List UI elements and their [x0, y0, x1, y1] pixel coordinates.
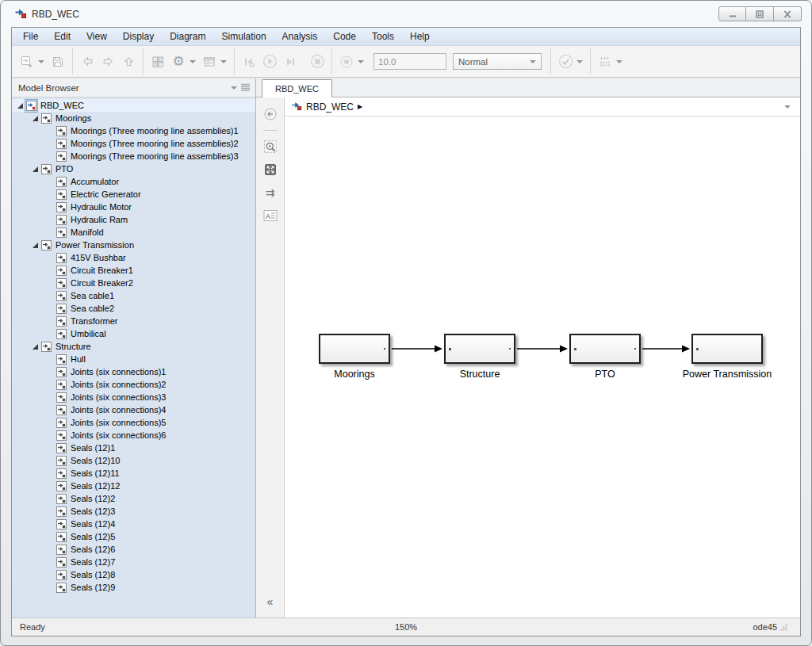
tree-item[interactable]: Structure — [12, 340, 255, 353]
record-chevron-down-icon[interactable] — [358, 60, 364, 63]
tree-item[interactable]: Joints (six connections)3 — [12, 391, 255, 403]
tree-item[interactable]: Hydraulic Motor — [12, 201, 255, 213]
menu-help[interactable]: Help — [402, 29, 438, 44]
tree-item[interactable]: Seals (12)3 — [12, 505, 255, 518]
fit-to-view-button[interactable] — [260, 159, 281, 180]
block-pto[interactable] — [569, 334, 641, 364]
tree-item[interactable]: Joints (six connections)4 — [12, 403, 255, 416]
tree-item[interactable]: Seals (12)5 — [12, 530, 255, 543]
menu-file[interactable]: File — [15, 29, 46, 44]
update-diagram-button[interactable] — [555, 52, 576, 72]
tree-item[interactable]: RBD_WEC — [12, 99, 255, 112]
block-label[interactable]: Structure — [460, 369, 500, 380]
tree-item[interactable]: Accumulator — [12, 175, 255, 188]
library-browser-button[interactable] — [147, 52, 168, 72]
block-structure[interactable] — [444, 334, 515, 364]
tree-item[interactable]: Moorings — [12, 112, 255, 124]
block-label[interactable]: PTO — [595, 369, 615, 380]
tree-item[interactable]: Circuit Breaker2 — [12, 277, 255, 289]
block-label[interactable]: Moorings — [334, 369, 374, 380]
menu-diagram[interactable]: Diagram — [162, 29, 213, 44]
simulation-mode-select[interactable]: Normal — [453, 53, 542, 70]
tree-item[interactable]: Joints (six connections)2 — [12, 378, 255, 391]
new-model-button[interactable] — [17, 52, 37, 72]
tree-item[interactable]: Sea cable1 — [12, 289, 255, 302]
tree-item[interactable]: Seals (12)7 — [12, 556, 255, 568]
tree-item[interactable]: Moorings (Three mooring line assemblies)… — [12, 137, 255, 150]
tree-expander-icon[interactable] — [30, 242, 40, 249]
tree-item[interactable]: Seals (12)12 — [12, 480, 255, 492]
tree-item[interactable]: Umbilical — [12, 327, 255, 340]
tree-item[interactable]: Moorings (Three mooring line assemblies)… — [12, 150, 255, 162]
tab-rbd-wec[interactable]: RBD_WEC — [262, 79, 332, 97]
close-button[interactable] — [774, 6, 802, 21]
step-forward-button[interactable] — [280, 52, 301, 72]
new-model-chevron-down-icon[interactable] — [38, 60, 44, 63]
tree-expander-icon[interactable] — [15, 102, 25, 109]
navigate-back-button[interactable] — [77, 52, 98, 72]
block-power-transmission[interactable] — [691, 334, 763, 364]
model-configuration-chevron-down-icon[interactable] — [190, 60, 196, 63]
breadcrumb-path[interactable]: RBD_WEC — [306, 101, 354, 113]
panel-menu-icon[interactable] — [240, 81, 251, 95]
tree-item[interactable]: Electric Generator — [12, 188, 255, 201]
tree-item[interactable]: PTO — [12, 162, 255, 175]
tree-item[interactable]: Joints (six connections)6 — [12, 429, 255, 441]
tree-item[interactable]: Seals (12)2 — [12, 492, 255, 505]
menu-tools[interactable]: Tools — [364, 29, 402, 44]
model-configuration-button[interactable]: ⚙ — [168, 52, 189, 72]
tree-item[interactable]: Circuit Breaker1 — [12, 264, 255, 277]
block-moorings[interactable] — [319, 334, 390, 364]
tree-item[interactable]: Sea cable2 — [12, 302, 255, 315]
tree-expander-icon[interactable] — [30, 166, 40, 173]
stop-button[interactable] — [307, 52, 327, 72]
panel-dropdown-chevron-icon[interactable] — [231, 86, 237, 90]
tree-item[interactable]: Seals (12)6 — [12, 543, 255, 556]
block-label[interactable]: Power Transmission — [683, 369, 772, 380]
tree-item[interactable]: Seals (12)10 — [12, 454, 255, 467]
tree-item[interactable]: Seals (12)1 — [12, 441, 255, 454]
tree-item[interactable]: Hull — [12, 353, 255, 365]
tree-item[interactable]: Joints (six connections)1 — [12, 365, 255, 378]
stop-time-input[interactable] — [373, 53, 446, 70]
diagram[interactable]: MooringsStructurePTOPower Transmission — [285, 117, 800, 617]
menu-display[interactable]: Display — [115, 29, 162, 44]
title-bar[interactable]: RBD_WEC — [1, 1, 811, 27]
menu-view[interactable]: View — [79, 29, 115, 44]
save-button[interactable] — [48, 52, 68, 72]
menu-code[interactable]: Code — [325, 29, 364, 44]
annotation-button[interactable]: A — [260, 205, 281, 226]
tree-item[interactable]: Transformer — [12, 315, 255, 327]
navigate-forward-button[interactable] — [98, 52, 118, 72]
menu-edit[interactable]: Edit — [46, 29, 79, 44]
menu-analysis[interactable]: Analysis — [274, 29, 326, 44]
tree-item[interactable]: Seals (12)9 — [12, 581, 255, 594]
tree-expander-icon[interactable] — [30, 115, 40, 122]
tree-item[interactable]: Seals (12)8 — [12, 568, 255, 581]
record-button[interactable] — [336, 52, 357, 72]
tree-item[interactable]: Seals (12)4 — [12, 518, 255, 530]
menu-simulation[interactable]: Simulation — [214, 29, 274, 44]
navigate-up-button[interactable] — [118, 52, 139, 72]
tree-item[interactable]: Hydraulic Ram — [12, 213, 255, 226]
tree-item[interactable]: Joints (six connections)5 — [12, 416, 255, 429]
tree-item[interactable]: Moorings (Three mooring line assemblies)… — [12, 124, 255, 137]
model-data-editor-button[interactable] — [199, 52, 220, 72]
collapse-browser-button[interactable]: « — [267, 595, 274, 608]
tree-item[interactable]: Seals (12)11 — [12, 467, 255, 480]
tree-expander-icon[interactable] — [30, 343, 40, 350]
build-button[interactable] — [595, 52, 615, 72]
update-diagram-chevron-down-icon[interactable] — [576, 60, 583, 63]
tree-item[interactable]: Power Transmission — [12, 239, 255, 251]
build-chevron-down-icon[interactable] — [616, 60, 622, 63]
step-back-button[interactable] — [239, 52, 259, 72]
tree-item[interactable]: 415V Bushbar — [12, 251, 255, 264]
breadcrumb-chevron-down-icon[interactable] — [784, 105, 791, 109]
minimize-button[interactable] — [718, 6, 746, 21]
back-button[interactable] — [260, 104, 281, 124]
tree-item[interactable]: Manifold — [12, 226, 255, 239]
run-button[interactable] — [259, 52, 280, 72]
maximize-button[interactable] — [746, 6, 774, 21]
route-signals-button[interactable]: ⇉ — [260, 182, 281, 203]
model-data-editor-chevron-down-icon[interactable] — [220, 60, 227, 63]
